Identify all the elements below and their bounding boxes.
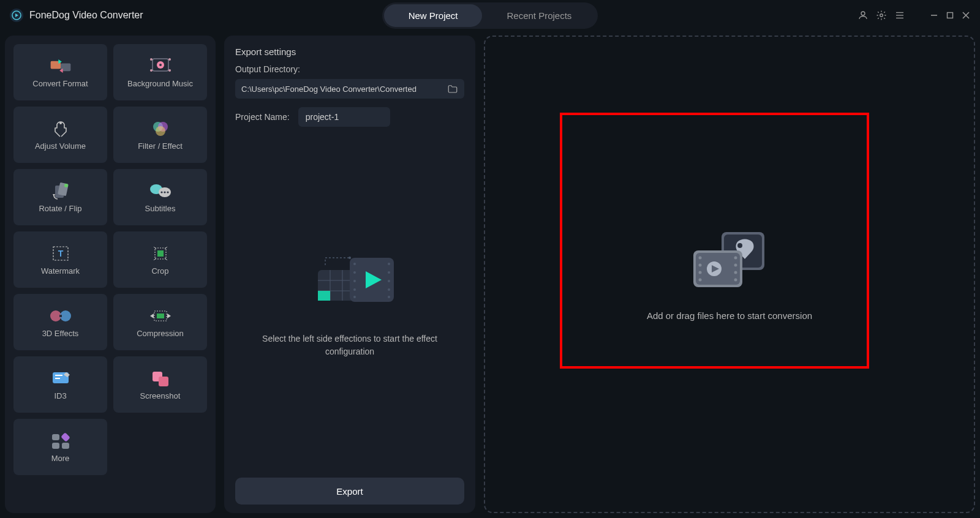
effect-illustration-text: Select the left side effections to start… (258, 332, 442, 358)
tool-tile-background-music[interactable]: Background Music (113, 44, 207, 100)
tool-tile-compression[interactable]: Compression (113, 294, 207, 350)
tool-tile-label: ID3 (54, 391, 66, 400)
export-settings-heading: Export settings (235, 47, 464, 57)
tool-tile-screenshot[interactable]: Screenshot (113, 356, 207, 413)
svg-rect-50 (61, 432, 70, 442)
tab-container: New Project Recent Projects (382, 2, 598, 29)
tool-tile-filter-effect[interactable]: Filter / Effect (113, 107, 207, 163)
project-name-input[interactable] (298, 107, 390, 127)
svg-point-32 (167, 191, 168, 193)
tool-tile-3d-effects[interactable]: 3D Effects (13, 294, 107, 350)
tool-tile-label: Watermark (41, 266, 80, 276)
svg-rect-58 (318, 291, 330, 301)
svg-point-16 (150, 69, 153, 72)
svg-rect-52 (62, 443, 69, 449)
id3-icon (48, 369, 73, 388)
watermark-icon: T (48, 244, 73, 263)
svg-marker-1 (15, 13, 18, 17)
tool-tile-label: More (51, 454, 70, 463)
project-name-label: Project Name: (235, 112, 290, 122)
svg-point-17 (168, 69, 171, 72)
output-directory-label: Output Directory: (235, 64, 464, 74)
svg-point-31 (164, 191, 165, 193)
svg-point-63 (353, 280, 356, 282)
settings-gear-icon[interactable] (876, 10, 887, 21)
adjust-volume-icon (48, 119, 73, 138)
svg-marker-27 (53, 194, 55, 197)
svg-point-67 (388, 271, 390, 274)
svg-point-30 (160, 191, 162, 193)
more-icon (48, 432, 73, 450)
svg-point-61 (353, 263, 356, 265)
tab-recent-projects[interactable]: Recent Projects (482, 4, 596, 27)
svg-rect-8 (948, 13, 953, 18)
tool-tile-label: Background Music (127, 79, 193, 88)
svg-point-3 (880, 14, 883, 17)
svg-rect-41 (157, 313, 164, 318)
tool-tile-rotate-flip[interactable]: Rotate / Flip (13, 169, 107, 225)
svg-text:T: T (58, 249, 63, 258)
export-button[interactable]: Export (235, 478, 464, 505)
svg-point-66 (388, 263, 390, 265)
svg-rect-36 (157, 250, 164, 257)
tool-tile-convert-format[interactable]: Convert Format (13, 44, 107, 100)
svg-point-19 (159, 64, 162, 66)
app-title: FoneDog Video Converter (29, 10, 143, 21)
tool-tile-subtitles[interactable]: Subtitles (113, 169, 207, 225)
project-name-row: Project Name: (235, 107, 464, 127)
browse-folder-icon[interactable] (447, 84, 458, 94)
subtitles-icon (148, 182, 173, 200)
tool-tile-adjust-volume[interactable]: Adjust Volume (13, 107, 107, 163)
svg-point-20 (59, 122, 62, 124)
svg-rect-39 (59, 315, 62, 317)
convert-format-icon (48, 57, 73, 75)
tool-tile-label: Compression (137, 329, 184, 338)
effect-illustration-icon (288, 247, 411, 314)
svg-rect-48 (159, 377, 168, 386)
tool-tile-id3[interactable]: ID3 (13, 356, 107, 413)
svg-point-62 (353, 271, 356, 274)
svg-point-64 (353, 288, 356, 291)
svg-point-70 (388, 296, 390, 298)
tool-tile-label: Filter / Effect (138, 141, 183, 151)
tool-tile-label: Screenshot (140, 391, 181, 400)
rotate-flip-icon (48, 182, 73, 200)
output-directory-value: C:\Users\pc\FoneDog Video Converter\Conv… (241, 84, 447, 94)
svg-rect-46 (55, 378, 60, 379)
3d-effects-icon (48, 307, 73, 325)
svg-marker-43 (167, 313, 171, 318)
tab-new-project[interactable]: New Project (384, 4, 483, 27)
svg-point-69 (388, 288, 390, 291)
effect-illustration: Select the left side effections to start… (235, 127, 464, 478)
drop-zone[interactable]: Add or drag files here to start conversi… (484, 36, 975, 513)
workspace: Convert FormatBackground MusicAdjust Vol… (0, 31, 980, 518)
tool-tile-label: Convert Format (32, 79, 88, 88)
tool-tile-label: Adjust Volume (35, 141, 86, 151)
tool-tile-label: 3D Effects (42, 329, 79, 338)
svg-point-14 (150, 58, 153, 61)
minimize-icon[interactable] (930, 11, 938, 20)
tool-tile-label: Crop (151, 266, 168, 276)
titlebar-center: New Project Recent Projects (194, 2, 786, 29)
tool-tile-label: Subtitles (145, 204, 176, 213)
svg-point-65 (353, 296, 356, 298)
screenshot-icon (148, 369, 173, 388)
close-icon[interactable] (962, 11, 970, 20)
svg-point-26 (64, 184, 68, 187)
tool-tile-watermark[interactable]: TWatermark (13, 231, 107, 288)
svg-point-68 (388, 280, 390, 282)
user-icon[interactable] (858, 10, 869, 21)
export-settings-panel: Export settings Output Directory: C:\Use… (224, 36, 475, 513)
menu-icon[interactable] (894, 10, 905, 21)
tool-tile-more[interactable]: More (13, 419, 107, 475)
titlebar-right (786, 10, 970, 21)
svg-point-59 (349, 257, 351, 259)
tool-tile-crop[interactable]: Crop (113, 231, 207, 288)
highlight-annotation (560, 113, 869, 369)
tool-tile-label: Rotate / Flip (39, 204, 81, 213)
filter-effect-icon (148, 119, 173, 138)
svg-marker-42 (150, 313, 154, 318)
maximize-icon[interactable] (946, 11, 954, 20)
svg-rect-49 (52, 434, 59, 440)
titlebar-left: FoneDog Video Converter (10, 9, 194, 22)
